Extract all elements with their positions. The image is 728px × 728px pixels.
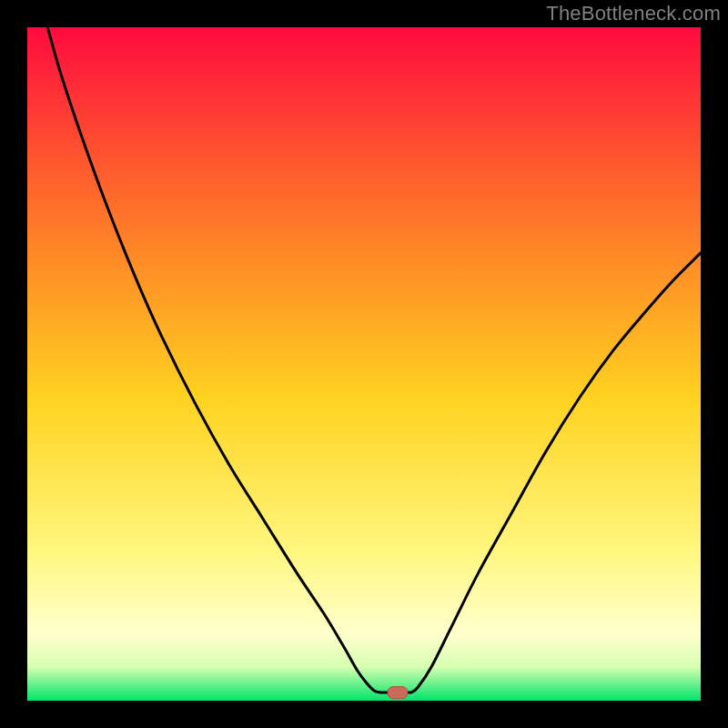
chart-frame: TheBottleneck.com [0, 0, 728, 728]
optimal-marker [388, 687, 408, 699]
plot-area [27, 27, 701, 701]
plot-svg [27, 27, 701, 701]
watermark-text: TheBottleneck.com [546, 2, 721, 25]
gradient-background [27, 27, 701, 701]
